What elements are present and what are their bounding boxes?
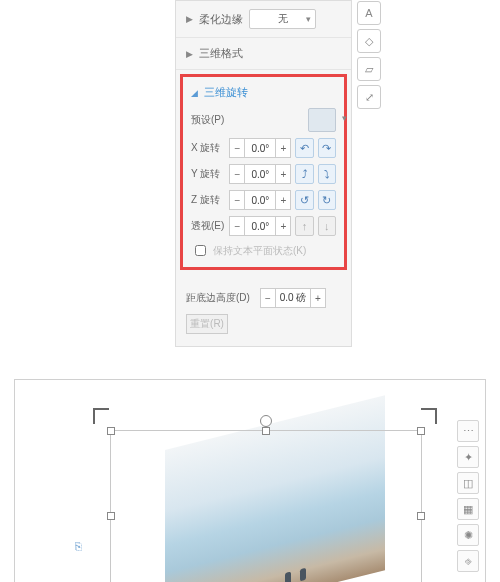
z-rotation-label: Z 旋转 <box>191 193 225 207</box>
y-rotation-stepper[interactable]: − 0.0° + <box>229 164 291 184</box>
resize-handle[interactable] <box>417 427 425 435</box>
perspective-stepper[interactable]: − 0.0° + <box>229 216 291 236</box>
distance-stepper[interactable]: − 0.0 磅 + <box>260 288 326 308</box>
crop-corner[interactable] <box>93 408 109 424</box>
reset-button: 重置(R) <box>186 314 228 334</box>
selection-frame[interactable] <box>110 430 422 582</box>
plus-button[interactable]: + <box>275 216 291 236</box>
preset-dropdown[interactable] <box>308 108 336 132</box>
chevron-down-icon[interactable]: ◢ <box>191 88 198 98</box>
shape-icon[interactable]: ◇ <box>357 29 381 53</box>
resize-handle[interactable] <box>262 427 270 435</box>
checkbox-input[interactable] <box>195 245 206 256</box>
minus-button[interactable]: − <box>229 138 245 158</box>
rotate-right-icon[interactable]: ↷ <box>318 138 336 158</box>
size-icon[interactable]: ⤢ <box>357 85 381 109</box>
keep-text-flat-checkbox[interactable]: 保持文本平面状态(K) <box>191 242 336 259</box>
x-rotation-stepper[interactable]: − 0.0° + <box>229 138 291 158</box>
anchor-icon[interactable]: ⎘ <box>75 540 87 552</box>
resize-handle[interactable] <box>417 512 425 520</box>
3d-format-section[interactable]: ▶ 三维格式 <box>176 38 351 70</box>
rotate-cw-icon[interactable]: ↻ <box>318 190 336 210</box>
keep-text-flat-label: 保持文本平面状态(K) <box>213 244 306 258</box>
rotate-down-icon[interactable]: ⤵ <box>318 164 336 184</box>
z-rotation-stepper[interactable]: − 0.0° + <box>229 190 291 210</box>
effects-icon[interactable]: ✺ <box>457 524 479 546</box>
soft-edges-section[interactable]: ▶ 柔化边缘 无 <box>176 1 351 38</box>
rotate-ccw-icon[interactable]: ↺ <box>295 190 313 210</box>
crop-corner[interactable] <box>421 408 437 424</box>
format-panel: A ◇ ▱ ⤢ ▶ 柔化边缘 无 ▶ 三维格式 ◢ 三维旋转 预设(P) X 旋… <box>175 0 352 347</box>
persp-wide-icon: ↓ <box>318 216 336 236</box>
minus-button[interactable]: − <box>229 216 245 236</box>
canvas-toolbar: ⋯ ✦ ◫ ▦ ✺ ⎆ <box>457 420 479 572</box>
y-rotation-value[interactable]: 0.0° <box>245 164 275 184</box>
rotate-left-icon[interactable]: ↶ <box>295 138 313 158</box>
soft-edges-dropdown[interactable]: 无 <box>249 9 316 29</box>
adjust-icon[interactable]: ✦ <box>457 446 479 468</box>
minus-button[interactable]: − <box>229 190 245 210</box>
perspective-label: 透视(E) <box>191 219 225 233</box>
rotation-handle[interactable] <box>260 415 272 427</box>
3d-rotation-label[interactable]: 三维旋转 <box>204 85 248 100</box>
resize-handle[interactable] <box>107 427 115 435</box>
rotate-up-icon[interactable]: ⤴ <box>295 164 313 184</box>
style-icon[interactable]: ▦ <box>457 498 479 520</box>
plus-button[interactable]: + <box>275 138 291 158</box>
plus-button[interactable]: + <box>310 288 326 308</box>
distance-value[interactable]: 0.0 磅 <box>276 288 310 308</box>
z-rotation-value[interactable]: 0.0° <box>245 190 275 210</box>
3d-format-label: 三维格式 <box>199 46 243 61</box>
soft-edges-label: 柔化边缘 <box>199 12 243 27</box>
plus-button[interactable]: + <box>275 164 291 184</box>
x-rotation-value[interactable]: 0.0° <box>245 138 275 158</box>
perspective-value[interactable]: 0.0° <box>245 216 275 236</box>
3d-rotation-section: ◢ 三维旋转 预设(P) X 旋转 − 0.0° + ↶ ↷ Y 旋转 − 0.… <box>180 74 347 270</box>
y-rotation-label: Y 旋转 <box>191 167 225 181</box>
minus-button[interactable]: − <box>229 164 245 184</box>
link-icon[interactable]: ⎆ <box>457 550 479 572</box>
persp-narrow-icon: ↑ <box>295 216 313 236</box>
preset-label: 预设(P) <box>191 113 229 127</box>
distance-label: 距底边高度(D) <box>186 291 256 305</box>
document-canvas[interactable]: ⋯ ✦ ◫ ▦ ✺ ⎆ ⎘ <box>14 379 486 582</box>
text-box-icon[interactable]: A <box>357 1 381 25</box>
picture-icon[interactable]: ▱ <box>357 57 381 81</box>
plus-button[interactable]: + <box>275 190 291 210</box>
x-rotation-label: X 旋转 <box>191 141 225 155</box>
resize-handle[interactable] <box>107 512 115 520</box>
crop-icon[interactable]: ◫ <box>457 472 479 494</box>
right-sidebar: A ◇ ▱ ⤢ <box>357 1 381 109</box>
minus-button[interactable]: − <box>260 288 276 308</box>
chevron-right-icon: ▶ <box>186 49 193 59</box>
chevron-right-icon: ▶ <box>186 14 193 24</box>
options-icon[interactable]: ⋯ <box>457 420 479 442</box>
